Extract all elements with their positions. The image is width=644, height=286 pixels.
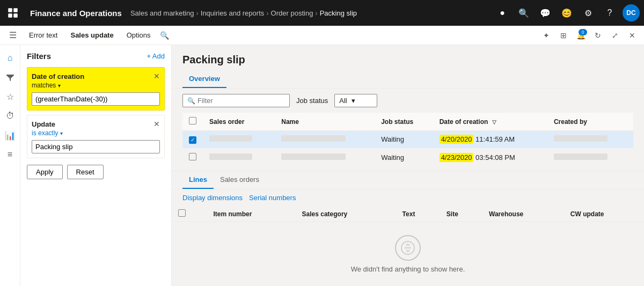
filter-card-1-close-icon[interactable]: ✕ bbox=[153, 72, 160, 80]
display-dimensions-button[interactable]: Display dimensions bbox=[182, 194, 243, 202]
row-checkbox[interactable] bbox=[189, 153, 196, 160]
breadcrumb-item-1[interactable]: Sales and marketing bbox=[130, 9, 194, 17]
bottom-tabs: Lines Sales orders bbox=[172, 171, 644, 189]
top-bar-icons: ● 🔍 💬 😊 ⚙ ? DC bbox=[494, 4, 640, 21]
svg-rect-1 bbox=[13, 8, 18, 12]
select-all-checkbox[interactable] bbox=[189, 117, 196, 124]
sparkle-icon[interactable]: ✦ bbox=[539, 28, 554, 43]
table-row[interactable]: ################Waiting4/23/2020 03:54:0… bbox=[182, 148, 633, 166]
th-date-of-creation[interactable]: Date of creation ▽ bbox=[433, 113, 547, 131]
tab-overview[interactable]: Overview bbox=[182, 70, 226, 88]
circle-icon[interactable]: ● bbox=[494, 4, 511, 21]
reset-button[interactable]: Reset bbox=[67, 165, 104, 179]
tab-sales-orders[interactable]: Sales orders bbox=[214, 171, 266, 189]
search-icon[interactable]: 🔍 bbox=[515, 4, 532, 21]
settings-icon[interactable]: ⚙ bbox=[580, 4, 597, 21]
row-created-by: ######## bbox=[547, 131, 633, 149]
sidebar-report-icon[interactable]: 📊 bbox=[2, 127, 19, 144]
column-filter-icon[interactable]: ▽ bbox=[492, 119, 496, 125]
sidebar-list-icon[interactable]: ≡ bbox=[2, 146, 19, 163]
sidebar-home-icon[interactable]: ⌂ bbox=[2, 49, 19, 67]
bth-text: Text bbox=[396, 206, 440, 222]
row-check-cell[interactable] bbox=[182, 148, 203, 166]
breadcrumb-item-4[interactable]: Packing slip bbox=[320, 9, 357, 17]
row-job-status: Waiting bbox=[375, 131, 433, 149]
apps-menu-button[interactable] bbox=[4, 4, 21, 21]
sec-nav-options[interactable]: Options bbox=[121, 29, 156, 41]
breadcrumb-item-3[interactable]: Order posting bbox=[271, 9, 313, 17]
table-search-icon: 🔍 bbox=[187, 97, 195, 105]
avatar[interactable]: DC bbox=[623, 4, 640, 21]
filter-card-2-title: Update bbox=[32, 120, 55, 128]
row-name: ######## bbox=[275, 148, 375, 166]
row-checkbox[interactable]: ✓ bbox=[189, 136, 196, 144]
expand-icon[interactable]: ⤢ bbox=[608, 28, 623, 43]
filter-card-2-close-icon[interactable]: ✕ bbox=[153, 120, 160, 128]
row-check-cell[interactable] bbox=[182, 166, 203, 171]
tab-lines[interactable]: Lines bbox=[182, 171, 214, 189]
filter-actions: Apply Reset bbox=[27, 165, 165, 179]
table-row[interactable]: ✓################Waiting4/20/2020 11:41:… bbox=[182, 131, 633, 149]
filter-card-1-title: Date of creation bbox=[32, 72, 84, 80]
serial-numbers-button[interactable]: Serial numbers bbox=[249, 194, 296, 202]
row-name: ######## bbox=[275, 131, 375, 149]
main-table-scroll[interactable]: Sales order Name Job status Date of crea… bbox=[172, 113, 644, 171]
emoji-icon[interactable]: 😊 bbox=[558, 4, 575, 21]
job-status-value: All bbox=[339, 97, 347, 105]
breadcrumb: Sales and marketing › Inquiries and repo… bbox=[130, 9, 494, 17]
notification-badge: 0 bbox=[579, 29, 587, 35]
breadcrumb-item-2[interactable]: Inquiries and reports bbox=[201, 9, 265, 17]
bottom-toolbar: Display dimensions Serial numbers bbox=[172, 189, 644, 206]
window-icon[interactable]: ⊞ bbox=[556, 28, 571, 43]
date-highlight: 4/23/2020 bbox=[440, 153, 474, 162]
filter-card-1-matches-label: matches bbox=[32, 82, 56, 89]
row-created-by: ######## bbox=[547, 148, 633, 166]
content-header: Packing slip bbox=[172, 45, 644, 70]
bth-sales-category: Sales category bbox=[296, 206, 396, 222]
bottom-table: Item number Sales category Text Site War… bbox=[172, 206, 644, 222]
menu-toggle-icon[interactable]: ☰ bbox=[4, 27, 21, 44]
notification-icon[interactable]: 🔔 0 bbox=[573, 28, 588, 43]
chat-icon[interactable]: 💬 bbox=[537, 4, 554, 21]
row-job-status: Waiting bbox=[375, 148, 433, 166]
row-sales-order: ######## bbox=[203, 131, 275, 149]
sidebar-filter-icon[interactable] bbox=[2, 69, 19, 86]
add-filter-button[interactable]: + Add bbox=[147, 52, 165, 60]
row-check-cell[interactable]: ✓ bbox=[182, 131, 203, 149]
bottom-select-all-checkbox[interactable] bbox=[178, 209, 186, 217]
svg-rect-2 bbox=[8, 13, 12, 18]
secondary-nav: ☰ Error text Sales update Options 🔍 ✦ ⊞ … bbox=[0, 26, 644, 45]
table-toolbar: 🔍 Job status All ▾ bbox=[172, 89, 644, 113]
close-icon[interactable]: ✕ bbox=[625, 28, 640, 43]
filter-card-1-header: Date of creation ✕ bbox=[32, 72, 160, 80]
table-filter-input[interactable] bbox=[197, 97, 285, 105]
filter-card-2-exactly[interactable]: is exactly ▾ bbox=[32, 129, 160, 137]
date-highlight: 4/20/2020 bbox=[440, 135, 474, 144]
sidebar-clock-icon[interactable]: ⏱ bbox=[2, 107, 19, 124]
bth-site: Site bbox=[440, 206, 482, 222]
table-search-box[interactable]: 🔍 bbox=[182, 94, 290, 107]
refresh-icon[interactable]: ↻ bbox=[590, 28, 605, 43]
table-row[interactable]: ################Executed4/29/2020 07:43:… bbox=[182, 166, 633, 171]
filter-card-1-matches[interactable]: matches ▾ bbox=[32, 82, 160, 89]
filter-card-2-chevron-icon: ▾ bbox=[60, 130, 63, 136]
apply-button[interactable]: Apply bbox=[27, 165, 63, 179]
sec-nav-error-text[interactable]: Error text bbox=[24, 29, 63, 41]
sec-nav-search-icon[interactable]: 🔍 bbox=[160, 31, 169, 40]
app-title: Finance and Operations bbox=[30, 9, 122, 18]
filter-card-1-input[interactable] bbox=[32, 92, 160, 106]
breadcrumb-sep-3: › bbox=[315, 9, 317, 17]
page-title: Packing slip bbox=[182, 54, 633, 66]
sidebar-star-icon[interactable]: ☆ bbox=[2, 88, 19, 105]
breadcrumb-sep-1: › bbox=[196, 9, 198, 17]
th-name: Name bbox=[275, 113, 375, 131]
sec-nav-sales-update[interactable]: Sales update bbox=[65, 29, 119, 41]
row-date-of-creation: 4/29/2020 07:43:43 AM bbox=[433, 166, 547, 171]
help-icon[interactable]: ? bbox=[601, 4, 618, 21]
left-sidebar: ⌂ ☆ ⏱ 📊 ≡ bbox=[0, 45, 20, 286]
job-status-select[interactable]: All ▾ bbox=[334, 94, 377, 107]
breadcrumb-sep-2: › bbox=[266, 9, 268, 17]
filter-card-2-input[interactable] bbox=[32, 140, 160, 153]
row-created-by: ######## bbox=[547, 166, 633, 171]
bth-check bbox=[172, 206, 207, 222]
